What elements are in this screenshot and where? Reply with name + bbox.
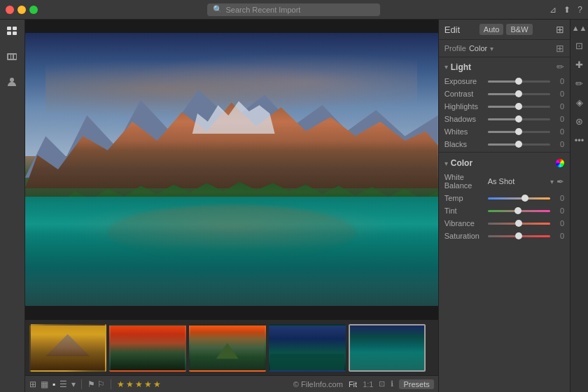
star-5[interactable]: ★ <box>153 379 161 389</box>
ratio-label: 1:1 <box>363 380 373 388</box>
grid-options-icon[interactable]: ⊞ <box>556 24 564 35</box>
tint-slider[interactable] <box>488 210 550 212</box>
right-panel: Edit Auto B&W ⊞ Profile Color ▾ ⊞ ▾ Ligh… <box>438 20 570 392</box>
titlebar-actions: ⊿ ⬆ ? <box>550 5 582 15</box>
temp-value: 0 <box>553 194 564 202</box>
sidebar-icon-grid[interactable] <box>4 24 20 39</box>
exposure-value: 0 <box>553 77 564 85</box>
svg-point-8 <box>10 78 14 82</box>
svg-rect-7 <box>14 55 16 59</box>
star-rating[interactable]: ★ ★ ★ ★ ★ <box>117 379 161 389</box>
auto-button[interactable]: Auto <box>479 24 504 35</box>
filmstrip-thumb-4[interactable] <box>269 324 346 372</box>
filmstrip-thumb-3[interactable] <box>189 324 266 372</box>
close-button[interactable] <box>6 6 14 14</box>
wb-value: As Shot <box>488 177 547 186</box>
star-2[interactable]: ★ <box>126 379 134 389</box>
titlebar: 🔍 Search Recent Import ⊿ ⬆ ? <box>0 0 588 20</box>
share-icon[interactable]: ⬆ <box>564 5 570 15</box>
vibrance-row: Vibrance 0 <box>439 217 570 230</box>
profile-dropdown-icon[interactable]: ▾ <box>490 45 493 52</box>
temp-label: Temp <box>444 194 485 202</box>
wb-label: White Balance <box>444 173 485 190</box>
saturation-slider[interactable] <box>488 235 550 237</box>
heal-icon[interactable]: ✚ <box>575 59 583 70</box>
saturation-value: 0 <box>553 232 564 240</box>
vibrance-value: 0 <box>553 219 564 227</box>
minimize-button[interactable] <box>18 6 26 14</box>
center-area: ⊞ ▦ ▪ ☰ ▾ ⚑ ⚐ ★ ★ ★ ★ ★ © FileInfo.com F… <box>25 20 438 392</box>
color-section-header[interactable]: ▾ Color <box>439 154 570 171</box>
single-view-icon[interactable]: ▪ <box>52 379 55 389</box>
light-section-header[interactable]: ▾ Light ✏ <box>439 57 570 75</box>
view-chevron[interactable]: ▾ <box>71 379 76 389</box>
highlights-slider[interactable] <box>488 106 550 108</box>
filmstrip-thumb-5[interactable] <box>349 324 426 372</box>
white-balance-row: White Balance As Shot ▾ ✒ <box>439 171 570 192</box>
filmstrip-thumb-1[interactable] <box>29 324 106 372</box>
brush-icon[interactable]: ✏ <box>575 78 583 89</box>
shadows-slider[interactable] <box>488 118 550 120</box>
svg-rect-2 <box>7 31 11 35</box>
highlights-label: Highlights <box>444 102 485 111</box>
fit-label[interactable]: Fit <box>349 380 357 388</box>
blacks-slider[interactable] <box>488 144 550 146</box>
svg-rect-3 <box>13 31 17 35</box>
list-view-icon[interactable]: ☰ <box>59 379 67 389</box>
divider-2 <box>111 379 111 389</box>
wb-dropdown-icon[interactable]: ▾ <box>550 178 554 186</box>
temp-slider[interactable] <box>488 197 550 200</box>
eyedropper-icon[interactable]: ✒ <box>556 176 564 187</box>
maximize-button[interactable] <box>29 6 38 14</box>
filter-icon[interactable]: ⊿ <box>550 5 556 15</box>
search-bar[interactable]: 🔍 Search Recent Import <box>207 4 379 16</box>
vibrance-slider[interactable] <box>488 223 550 225</box>
star-4[interactable]: ★ <box>144 379 152 389</box>
whites-value: 0 <box>553 127 564 136</box>
whites-label: Whites <box>444 127 485 136</box>
temp-row: Temp 0 <box>439 192 570 204</box>
bottom-info: © FileInfo.com Fit 1:1 ⊡ ℹ Presets <box>293 379 434 389</box>
panel-toolbar-right: Auto B&W <box>479 24 533 35</box>
whites-slider[interactable] <box>488 131 550 133</box>
saturation-label: Saturation <box>444 232 485 240</box>
compare-icon[interactable]: ⊡ <box>379 379 385 388</box>
star-3[interactable]: ★ <box>135 379 143 389</box>
light-options-icon[interactable]: ✏ <box>556 62 564 72</box>
exposure-row: Exposure 0 <box>439 75 570 88</box>
gradient-icon[interactable]: ◈ <box>576 97 583 108</box>
tint-value: 0 <box>553 206 564 215</box>
grid-view-icon[interactable]: ⊞ <box>29 379 36 389</box>
bw-button[interactable]: B&W <box>506 24 532 35</box>
sidebar-icon-filmstrip[interactable] <box>4 49 20 64</box>
histogram-icon[interactable]: ▲▲ <box>572 24 587 32</box>
svg-rect-5 <box>8 55 10 59</box>
crop-icon[interactable]: ⊡ <box>575 41 583 51</box>
search-placeholder: Search Recent Import <box>225 6 300 14</box>
shadows-value: 0 <box>553 115 564 123</box>
sidebar-icon-people[interactable] <box>4 74 20 90</box>
tint-label: Tint <box>444 206 485 215</box>
contrast-slider[interactable] <box>488 93 550 95</box>
detail-icon[interactable]: ⊛ <box>575 116 583 127</box>
more-icon[interactable]: ••• <box>575 135 584 146</box>
copyright-text: © FileInfo.com <box>293 380 343 388</box>
color-chevron-icon: ▾ <box>444 160 448 167</box>
light-chevron-icon: ▾ <box>444 63 448 71</box>
presets-button[interactable]: Presets <box>399 379 433 389</box>
help-icon[interactable]: ? <box>578 5 582 15</box>
svg-rect-6 <box>11 55 13 59</box>
star-1[interactable]: ★ <box>117 379 125 389</box>
exposure-label: Exposure <box>444 77 485 85</box>
whites-row: Whites 0 <box>439 125 570 138</box>
profile-grid-icon[interactable]: ⊞ <box>556 43 564 54</box>
right-icon-bar: ▲▲ ⊡ ✚ ✏ ◈ ⊛ ••• <box>570 20 588 392</box>
filmstrip-thumb-2[interactable] <box>109 324 186 372</box>
tint-row: Tint 0 <box>439 204 570 217</box>
main-layout: ⊞ ▦ ▪ ☰ ▾ ⚑ ⚐ ★ ★ ★ ★ ★ © FileInfo.com F… <box>0 20 588 392</box>
shadows-row: Shadows 0 <box>439 113 570 125</box>
flag-icons[interactable]: ⚑ ⚐ <box>88 379 105 389</box>
exposure-slider[interactable] <box>488 80 550 83</box>
info-icon[interactable]: ℹ <box>391 379 393 388</box>
filmstrip-view-icon[interactable]: ▦ <box>41 379 48 389</box>
